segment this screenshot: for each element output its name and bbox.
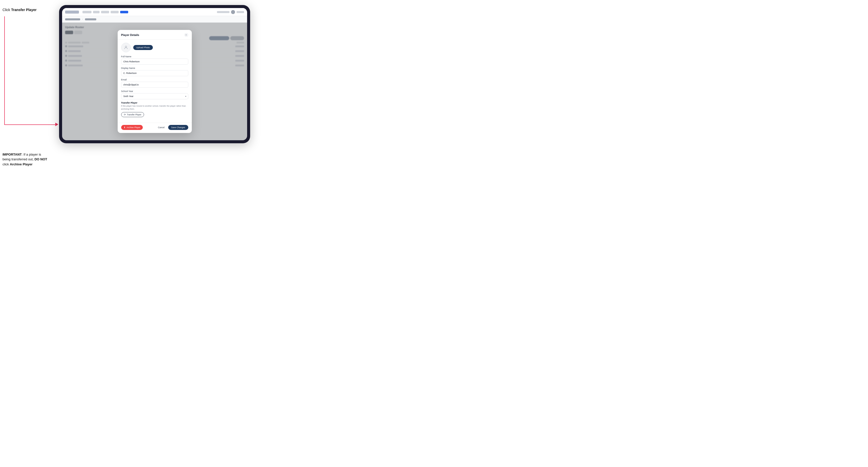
content-area: Update Roster (62, 23, 247, 140)
header-avatar (231, 10, 235, 14)
modal-title: Player Details (121, 33, 139, 36)
app-logo (65, 10, 79, 13)
school-year-label: School Year (121, 90, 188, 93)
modal-header: Player Details × (118, 30, 192, 40)
transfer-btn-label: Transfer Player (127, 113, 142, 116)
instruction-bold: Transfer Player (11, 8, 36, 12)
instruction-prefix: Click (2, 8, 11, 12)
school-year-select[interactable]: First Year Second Year Third Year Fourth… (121, 93, 188, 99)
nav-item-2[interactable] (93, 11, 99, 13)
arrow-head (55, 123, 58, 126)
tablet-device: › Update Roster (59, 5, 250, 143)
header-extra-text (237, 11, 244, 13)
transfer-section-description: If this player has moved to another scho… (121, 104, 188, 110)
full-name-label: Full Name (121, 55, 188, 58)
modal-footer: ⬇ Archive Player Cancel Save Changes (118, 123, 192, 133)
important-label: IMPORTANT (2, 153, 22, 156)
header-user-text (217, 11, 229, 13)
email-label: Email (121, 79, 188, 81)
breadcrumb-1 (65, 18, 80, 20)
footer-right-actions: Cancel Save Changes (156, 125, 188, 130)
upload-photo-button[interactable]: Upload Photo (133, 45, 153, 50)
tablet-screen: › Update Roster (62, 8, 247, 140)
cancel-button[interactable]: Cancel (156, 125, 166, 130)
transfer-player-button[interactable]: ⟳ Transfer Player (121, 112, 144, 117)
instruction-top: Click Transfer Player (2, 7, 36, 12)
archive-icon: ⬇ (124, 126, 126, 129)
transfer-icon: ⟳ (124, 113, 126, 116)
display-name-group: Display Name (121, 67, 188, 76)
header-nav (83, 11, 128, 13)
breadcrumb-2 (85, 18, 96, 20)
archive-btn-label: Archive Player (127, 126, 141, 129)
app-header (62, 8, 247, 16)
do-not-label: DO NOT (34, 157, 47, 161)
arrow-horizontal (4, 124, 57, 125)
modal-body: Upload Photo Full Name Display Name (118, 40, 192, 122)
nav-item-4[interactable] (111, 11, 119, 13)
display-name-label: Display Name (121, 67, 188, 69)
avatar-upload-row: Upload Photo (121, 43, 188, 52)
save-changes-button[interactable]: Save Changes (168, 125, 188, 130)
important-text2: click (2, 162, 10, 166)
archive-player-button[interactable]: ⬇ Archive Player (121, 125, 143, 130)
breadcrumb-sep: › (82, 18, 83, 20)
sub-header: › (62, 16, 247, 23)
display-name-input[interactable] (121, 70, 188, 76)
modal-close-button[interactable]: × (184, 33, 188, 37)
school-year-group: School Year First Year Second Year Third… (121, 90, 188, 99)
archive-label-ref: Archive Player (10, 162, 32, 166)
arrow-vertical (4, 16, 5, 124)
email-group: Email (121, 79, 188, 88)
svg-point-0 (125, 46, 127, 48)
school-year-select-wrapper: First Year Second Year Third Year Fourth… (121, 93, 188, 99)
header-right (217, 10, 244, 14)
nav-item-3[interactable] (101, 11, 109, 13)
nav-item-1[interactable] (83, 11, 92, 13)
instruction-bottom: IMPORTANT: If a player is being transfer… (2, 152, 49, 167)
avatar-placeholder (121, 43, 131, 52)
nav-item-active[interactable] (120, 11, 128, 13)
modal-overlay: Player Details × (62, 23, 247, 140)
email-input[interactable] (121, 82, 188, 88)
transfer-section: Transfer Player If this player has moved… (121, 101, 188, 117)
transfer-section-label: Transfer Player (121, 101, 188, 104)
full-name-group: Full Name (121, 55, 188, 65)
player-details-modal: Player Details × (118, 30, 192, 133)
full-name-input[interactable] (121, 59, 188, 65)
